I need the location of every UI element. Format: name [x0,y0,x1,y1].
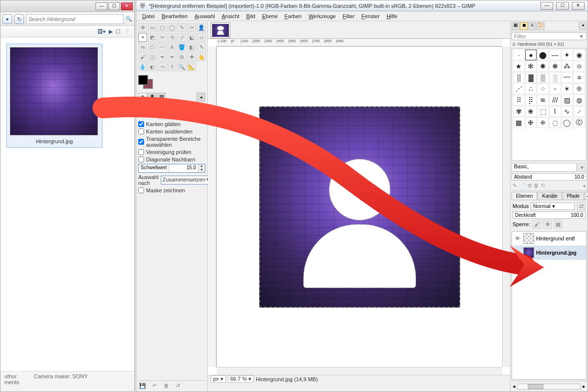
tool-zoom[interactable]: 🔍 [177,62,186,71]
spacing-value[interactable]: 10.0 [573,174,586,180]
tab-brushes[interactable]: ▦ [512,22,519,30]
brush-item[interactable]: ✺ [537,61,549,72]
preset-menu-icon[interactable]: ▾ [578,163,587,172]
brush-item[interactable]: ◦ [549,83,561,94]
opacity-value[interactable]: 100.0 [569,212,585,218]
tool-shear[interactable]: ⬕ [187,33,196,42]
ruler-vertical[interactable] [208,47,217,367]
brush-item[interactable]: ∴ [525,83,537,94]
opt-diagonal[interactable] [138,157,144,162]
ruler-horizontal[interactable]: |-100 |0 |100 |200 |300 |400 |500 |600 |… [217,39,502,47]
restore-icon[interactable]: ↶ [150,383,159,390]
threshold-value[interactable]: 15.0 [169,164,198,172]
tool-rect-select[interactable]: ▢ [158,23,167,32]
layer-row[interactable]: Hintergrund.jpg [512,246,586,260]
scrollbar-horizontal[interactable] [217,367,502,375]
tab-tool-options[interactable]: ⚙ [138,93,147,102]
brush-item[interactable]: ● [525,50,537,60]
visibility-icon[interactable]: 👁 [514,235,521,241]
preview-icon[interactable]: ☐ [116,28,121,35]
brush-item[interactable]: /// [549,95,561,105]
layer-row[interactable]: 👁 Hintergrund entf [512,232,586,246]
brush-item[interactable]: — [549,50,561,60]
brush-item[interactable]: ⁘ [537,83,549,94]
tool-bucket[interactable]: 🪣 [177,43,186,52]
color-swatches[interactable] [138,75,156,90]
menu-hilfe[interactable]: Hilfe [384,12,400,20]
tab-menu-icon[interactable]: ◂ [585,192,588,200]
search-input[interactable] [26,14,123,24]
brush-item[interactable]: ⡿ [525,95,537,105]
mode-subtract[interactable]: ▤ [179,111,188,120]
tool-move[interactable]: ✥ [138,23,147,32]
mode-switch-icon[interactable]: ⇄ [577,202,586,210]
tab-fonts[interactable]: A [528,22,536,30]
brush-item[interactable]: ≋ [537,95,549,105]
view-icon[interactable]: 🖼▾ [98,28,106,35]
opt-feather[interactable] [138,129,144,134]
brush-item[interactable]: ⣿ [513,72,525,83]
layer-name[interactable]: Hintergrund entf [536,235,575,241]
scrollbar-track[interactable] [517,384,581,390]
brush-item[interactable]: ★ [513,61,525,72]
brush-item[interactable]: ▨ [562,95,573,105]
tool-foreground[interactable]: 👤 [197,23,206,32]
refresh-icon[interactable]: ↻ [14,14,24,24]
tool-cage[interactable]: ⬠ [148,43,157,52]
brush-item[interactable]: ❀ [525,106,537,117]
blend-mode-select[interactable]: Normal ▾ [531,203,575,210]
brush-item[interactable]: ⠿ [513,95,525,105]
mode-add[interactable]: ▣ [169,111,177,120]
menu-auswahl[interactable]: Auswahl [192,12,218,20]
tool-color-select[interactable]: ◩ [148,33,157,42]
delete-brush-icon[interactable]: 🗑 [534,183,539,189]
brush-item[interactable]: ∿ [562,106,573,117]
mode-intersect[interactable]: ▥ [190,111,199,120]
tool-scissors[interactable]: ✂ [187,23,196,32]
help-icon[interactable]: ❔ [123,28,130,35]
brush-item[interactable]: ⋰ [513,83,525,94]
brush-item[interactable]: ≡ [573,72,585,83]
opt-drawmask[interactable] [138,187,144,193]
menu-fenster[interactable]: Fenster [359,12,383,20]
threshold-down[interactable]: ▼ [198,168,205,172]
menu-farben[interactable]: Farben [282,12,305,20]
brush-item[interactable]: ░ [549,72,561,83]
brush-item[interactable]: ✻ [525,61,537,72]
tool-ellipse-select[interactable]: ◯ [168,23,176,32]
brush-item[interactable]: ⁜ [537,117,549,128]
opt-transparent[interactable] [138,139,144,145]
brush-item[interactable]: ✶ [562,83,573,94]
menu-ebene[interactable]: Ebene [259,12,281,20]
brush-item[interactable]: ❊ [573,83,585,94]
tool-ink[interactable]: ✒ [168,52,176,61]
unit-selector[interactable]: px ▾ [211,375,226,383]
tool-smudge[interactable]: 👆 [197,52,206,61]
brush-item[interactable]: ❋ [549,61,561,72]
tool-flip[interactable]: ⇋ [138,43,147,52]
fg-color[interactable] [138,75,148,85]
tab-paths[interactable]: Pfade [563,192,584,200]
brush-item[interactable]: ፨ [573,61,585,72]
brush-item[interactable]: Ⓒ [573,117,585,128]
save-icon[interactable]: 💾 [138,383,147,390]
tool-pencil[interactable]: ✎ [197,43,206,52]
menu-werkzeuge[interactable]: Werkzeuge [306,12,339,20]
canvas-viewport[interactable] [217,47,502,367]
tool-paintbrush[interactable]: 🖌 [138,52,147,61]
refresh-brush-icon[interactable]: ↻ [541,183,545,189]
opt-antialias[interactable] [138,121,144,127]
brush-item[interactable]: ⁂ [562,61,573,72]
tool-fuzzy-select[interactable]: ✦ [138,33,147,42]
maximize-button[interactable]: ☐ [556,2,569,10]
tool-eraser[interactable]: ◫ [148,52,157,61]
mode-replace[interactable]: ▢ [158,111,167,120]
brush-item[interactable]: ▓ [525,72,537,83]
brush-item[interactable]: ◌ [549,117,561,128]
dropdown-icon[interactable]: ▾ [2,14,12,24]
brush-item[interactable]: ▒ [537,72,549,83]
brush-item[interactable]: ◯ [562,117,573,128]
tool-gradient[interactable]: ◧ [187,43,196,52]
brush-item[interactable]: ❉ [525,117,537,128]
brush-preset-select[interactable]: Basic, [512,163,577,172]
